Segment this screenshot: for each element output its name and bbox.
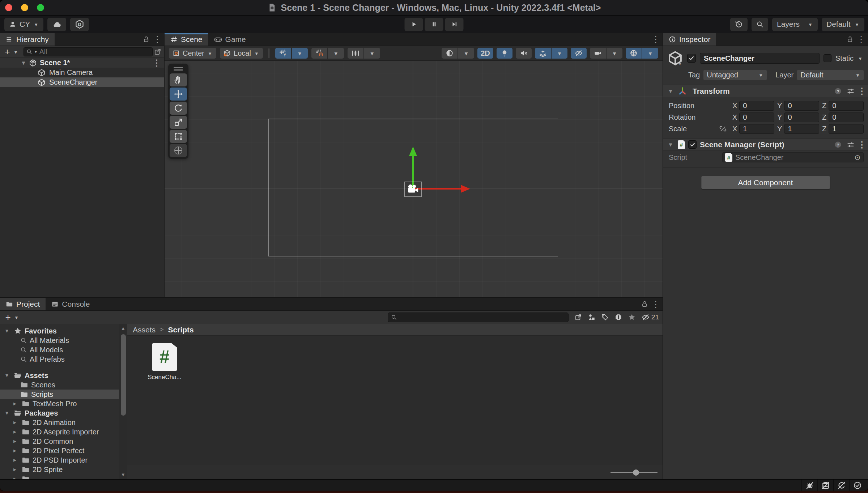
kebab-menu-icon[interactable]: ⋮	[155, 35, 160, 43]
foldout-open-icon[interactable]: ▾	[3, 371, 11, 379]
tree-row-all-materials[interactable]: All Materials	[0, 336, 127, 345]
position-z-field[interactable]: 0	[829, 101, 864, 111]
lock-icon[interactable]	[142, 36, 150, 43]
rotation-y-field[interactable]: 0	[784, 112, 819, 122]
tree-row-2d-animation[interactable]: ▸ 2D Animation	[0, 418, 127, 427]
increment-snap-toggle[interactable]: ▾	[348, 48, 380, 59]
layout-dropdown[interactable]: Default ▾	[822, 18, 864, 31]
tree-row-2d-pixel-perfect[interactable]: ▸ 2D Pixel Perfect	[0, 446, 127, 455]
tab-scene[interactable]: Scene	[165, 33, 208, 46]
open-new-window-icon[interactable]	[154, 48, 161, 55]
minimize-window-button[interactable]	[21, 4, 28, 11]
position-x-field[interactable]: 0	[739, 101, 774, 111]
foldout-closed-icon[interactable]: ▸	[11, 437, 19, 445]
tree-row-main-camera[interactable]: Main Camera	[0, 68, 164, 77]
hierarchy-search-field[interactable]: ▾	[24, 47, 153, 56]
scroll-down-icon[interactable]: ▼	[119, 471, 127, 479]
global-search-button[interactable]	[752, 18, 768, 31]
rotation-z-field[interactable]: 0	[829, 112, 864, 122]
scroll-up-icon[interactable]: ▲	[119, 324, 127, 332]
help-icon[interactable]: ?	[834, 141, 842, 149]
chevron-down-icon[interactable]: ▾	[858, 56, 863, 61]
camera-settings-dropdown[interactable]: ▾	[590, 48, 622, 59]
audio-mute-toggle[interactable]	[516, 48, 532, 59]
kebab-menu-icon[interactable]: ⋮	[653, 300, 658, 308]
layers-dropdown[interactable]: Layers ▾	[772, 18, 818, 31]
foldout-closed-icon[interactable]: ▸	[11, 456, 19, 464]
static-checkbox[interactable]	[824, 54, 831, 62]
kebab-menu-icon[interactable]: ⋮	[859, 87, 864, 95]
scrollbar-thumb[interactable]	[121, 334, 126, 416]
kebab-menu-icon[interactable]: ⋮	[653, 35, 658, 43]
lock-icon[interactable]	[846, 36, 854, 43]
scale-z-field[interactable]: 1	[829, 124, 864, 134]
undo-history-button[interactable]	[730, 18, 748, 31]
tree-row-all-prefabs[interactable]: All Prefabs	[0, 354, 127, 364]
foldout-closed-icon[interactable]: ▸	[11, 447, 19, 455]
tree-row-2d-psd-importer[interactable]: ▸ 2D PSD Importer	[0, 455, 127, 465]
foldout-open-icon[interactable]: ▾	[20, 59, 27, 67]
project-search-input[interactable]	[399, 313, 565, 321]
play-button[interactable]	[405, 18, 423, 31]
scale-y-field[interactable]: 1	[784, 124, 819, 134]
active-checkbox[interactable]	[687, 54, 696, 63]
2d-mode-toggle[interactable]: 2D	[477, 48, 493, 59]
close-window-button[interactable]	[5, 4, 12, 11]
important-log-icon[interactable]	[615, 314, 622, 321]
object-picker-icon[interactable]: ⊙	[854, 153, 861, 161]
open-new-window-icon[interactable]	[575, 314, 582, 321]
grid-visibility-toggle[interactable]: Y ▾	[275, 48, 308, 59]
transform-component-header[interactable]: ▾ Transform ? ⋮	[663, 85, 868, 97]
compile-status-button[interactable]	[849, 480, 865, 491]
hidden-objects-toggle[interactable]	[571, 48, 587, 59]
script-object-field[interactable]: # SceneChanger ⊙	[722, 152, 864, 162]
help-icon[interactable]: ?	[834, 87, 842, 95]
overlay-drag-handle[interactable]	[170, 65, 187, 72]
tree-row-2d-sprite[interactable]: ▸ 2D Sprite	[0, 465, 127, 474]
move-tool-button[interactable]	[170, 88, 187, 101]
rotate-tool-button[interactable]	[170, 102, 187, 115]
kebab-menu-icon[interactable]: ⋮	[859, 141, 864, 149]
tree-section-favorites[interactable]: ▾ Favorites	[0, 326, 127, 336]
pause-button[interactable]	[425, 18, 443, 31]
constrain-proportions-icon[interactable]	[719, 125, 727, 132]
presets-icon[interactable]	[847, 87, 855, 95]
shading-mode-dropdown[interactable]: ▾	[442, 48, 474, 59]
search-by-label-icon[interactable]	[601, 314, 609, 321]
tab-project[interactable]: Project	[0, 298, 46, 310]
debugger-status-button[interactable]	[801, 480, 817, 491]
cache-server-status-button[interactable]	[817, 480, 833, 491]
hand-tool-button[interactable]	[170, 73, 187, 86]
foldout-open-icon[interactable]: ▾	[667, 87, 675, 95]
tree-section-assets[interactable]: ▾ Assets	[0, 371, 127, 380]
search-filter-chevron-icon[interactable]: ▾	[34, 50, 38, 54]
tree-row-textmesh-pro[interactable]: ▸ TextMesh Pro	[0, 399, 127, 408]
kebab-menu-icon[interactable]: ⋮	[859, 35, 864, 43]
foldout-closed-icon[interactable]: ▸	[11, 428, 19, 436]
auto-refresh-status-button[interactable]	[833, 480, 849, 491]
create-asset-button[interactable]: +	[4, 313, 12, 321]
rect-tool-button[interactable]	[170, 130, 187, 143]
favorites-star-icon[interactable]	[628, 314, 635, 321]
object-name-input[interactable]	[700, 53, 820, 64]
thumbnail-zoom-slider[interactable]	[610, 469, 658, 475]
layer-dropdown[interactable]: Default ▾	[797, 70, 864, 80]
foldout-closed-icon[interactable]: ▸	[11, 400, 19, 408]
hidden-packages-count[interactable]: 21	[642, 313, 659, 321]
tab-hierarchy[interactable]: Hierarchy	[0, 33, 55, 46]
chevron-down-icon[interactable]: ▾	[13, 49, 18, 55]
foldout-open-icon[interactable]: ▾	[3, 327, 11, 335]
tab-game[interactable]: Game	[208, 33, 252, 46]
scale-x-field[interactable]: 1	[739, 124, 774, 134]
foldout-open-icon[interactable]: ▾	[3, 409, 11, 417]
search-by-type-icon[interactable]	[588, 314, 595, 321]
version-control-button[interactable]: D	[70, 18, 89, 31]
scene-viewport[interactable]	[165, 61, 663, 297]
selected-camera-gizmo[interactable]	[404, 182, 422, 197]
position-y-field[interactable]: 0	[784, 101, 819, 111]
scene-effects-toggle[interactable]: ▾	[535, 48, 567, 59]
foldout-closed-icon[interactable]: ▸	[11, 466, 19, 473]
asset-item-scenechanger[interactable]: # SceneCha...	[143, 343, 186, 381]
handle-space-dropdown[interactable]: Local ▾	[220, 48, 263, 59]
tree-row-scene[interactable]: ▾ Scene 1* ⋮	[0, 58, 164, 68]
